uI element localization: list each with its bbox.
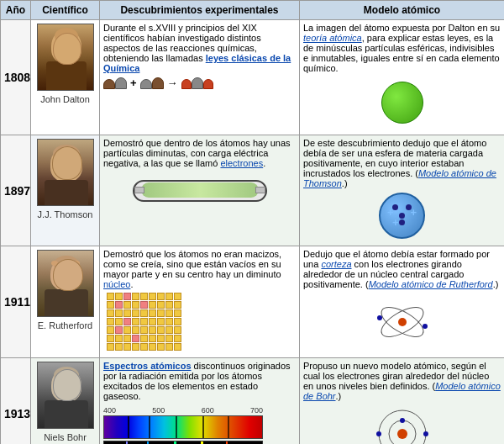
gold-cell [140, 309, 148, 317]
gold-cell [149, 335, 156, 342]
header-scientist: Científico [31, 1, 100, 20]
nucleus [398, 318, 407, 326]
scientist-rutherford: E. Rutherford [31, 246, 100, 358]
gold-cell [157, 301, 165, 309]
gold-cell [123, 301, 131, 309]
gold-cell [107, 326, 114, 334]
thomson-model-text2: .) [342, 178, 348, 188]
spectrum-bar [103, 415, 263, 439]
gold-cell [149, 326, 156, 334]
rutherford-disc-link[interactable]: núcleo [103, 279, 130, 289]
spectrum-line5 [228, 416, 229, 438]
cathode-ray-tube-diagram [133, 173, 267, 207]
gold-cell [174, 335, 181, 342]
model-dalton: La imagen del átomo expuesta por Dalton … [300, 20, 505, 135]
rutherford-disc-text2: . [130, 279, 133, 289]
electron2 [423, 324, 428, 329]
tube-end-left [134, 187, 144, 193]
gold-cell [123, 335, 131, 342]
gold-cell [149, 343, 156, 351]
gold-cell [174, 309, 181, 317]
thomson-disc-link[interactable]: electrones [220, 158, 263, 168]
gold-cell [107, 293, 114, 300]
gold-cell [123, 326, 131, 334]
discoveries-dalton: Durante el s.XVIII y principios del XIX … [100, 20, 300, 135]
gold-cell [107, 343, 114, 351]
gold-cell [132, 293, 139, 300]
gold-cell [165, 318, 173, 325]
spectrum-line2 [149, 416, 150, 438]
arrow1: → [167, 77, 178, 89]
gold-cell [157, 326, 165, 334]
gold-cell [132, 318, 139, 325]
gold-cell [107, 301, 114, 309]
bohr-atom-svg [373, 404, 432, 444]
gold-cell [140, 326, 148, 334]
spectrum-line3 [176, 416, 177, 438]
rutherford-disc-text: Demostró que los átomos no eran macizos,… [103, 249, 281, 279]
table-row: 1913 Niels Bohr Espectros atómicos disco… [1, 358, 505, 445]
gold-cell [157, 343, 165, 351]
header-model: Modelo atómico [300, 1, 505, 20]
scientist-name-thomson: J.J. Thomson [33, 209, 97, 219]
gold-cell [174, 343, 181, 351]
bohr-model-text2: .) [336, 391, 342, 401]
spectrum-label-400: 400 [103, 406, 116, 415]
tube-inner [141, 182, 259, 198]
gold-cell [115, 318, 123, 325]
electron-dot [399, 219, 405, 225]
gold-foil-experiment [103, 293, 296, 351]
dalton-model-text: La imagen del átomo expuesta por Dalton … [303, 23, 500, 33]
year-1913: 1913 [1, 358, 31, 445]
gold-cell [140, 293, 148, 300]
rutherford-atom-model [373, 293, 432, 352]
gold-cell [140, 318, 148, 325]
header-discoveries: Descubrimientos experimentales [100, 1, 300, 20]
gold-cell [123, 309, 131, 317]
dalton-reaction-diagram: + → [103, 77, 296, 89]
spectrum-label-700: 700 [250, 406, 263, 415]
gold-cell [157, 309, 165, 317]
gold-cell [149, 309, 156, 317]
gold-cell-pink [123, 318, 131, 325]
plus-symbol: + [392, 216, 399, 229]
bohr-spectrum-diagram: 400 500 600 700 [103, 406, 263, 444]
rutherford-model-link2[interactable]: Modelo atómico de Rutherford [369, 279, 493, 289]
table-row: 1808 John Dalton Durante el s.XVIII y pr… [1, 20, 505, 135]
gold-cell [165, 335, 173, 342]
gold-cell [165, 301, 173, 309]
dalton-model-link[interactable]: teoría atómica [303, 33, 362, 43]
gold-cell-pink [140, 301, 148, 309]
gold-cell [115, 335, 123, 342]
portrait-rutherford [37, 250, 94, 317]
model-rutherford: Dedujo que el átomo debía estar formado … [300, 246, 505, 358]
rutherford-model-text3: .) [493, 279, 499, 289]
model-thomson: De este descubrimiento dedujo que el áto… [300, 135, 505, 246]
year-1897: 1897 [1, 135, 31, 246]
gold-cell [132, 309, 139, 317]
gold-cell [174, 293, 181, 300]
gold-cell [132, 343, 139, 351]
gold-cell [132, 301, 139, 309]
gold-cell-pink [115, 301, 123, 309]
electron4 [423, 431, 428, 436]
gold-cell [115, 343, 123, 351]
gold-cell [165, 293, 173, 300]
gold-cell-pink [115, 326, 123, 334]
gold-cell [157, 335, 165, 342]
electron1 [377, 315, 382, 320]
plus1: + [130, 77, 137, 89]
year-1911: 1911 [1, 246, 31, 358]
plus-symbol: + [410, 206, 417, 219]
gold-cell [140, 343, 148, 351]
gold-cell-pink [132, 335, 139, 342]
year-1808: 1808 [1, 20, 31, 135]
dalton-atom-model [381, 82, 423, 124]
gold-cell [107, 318, 114, 325]
bohr-disc-link[interactable]: Espectros atómicos [103, 361, 192, 371]
gold-cell [115, 309, 123, 317]
rutherford-model-link1[interactable]: corteza [321, 259, 351, 269]
gold-cell [132, 326, 139, 334]
discoveries-thomson: Demostró que dentro de los átomos hay un… [100, 135, 300, 246]
electron3 [376, 431, 381, 436]
